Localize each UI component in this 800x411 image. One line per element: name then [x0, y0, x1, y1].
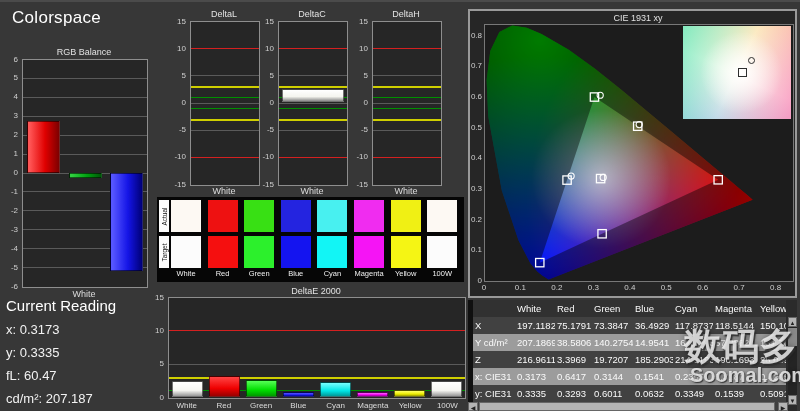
swatch-target-cyan	[317, 236, 347, 268]
limit-line-red	[191, 48, 259, 49]
table-cell: 185.2903	[633, 351, 673, 368]
limit-line-red	[279, 48, 347, 49]
reading-y: y: 0.3335	[6, 345, 156, 360]
chart-title: CIE 1931 xy	[484, 12, 792, 24]
column-header: Cyan	[673, 300, 713, 317]
table-cell: 19.7207	[592, 351, 633, 368]
y-tick-label: -15	[256, 180, 274, 189]
swatch-actual-yellow	[391, 200, 421, 232]
swatch-target-green	[244, 236, 274, 268]
limit-line-red	[191, 157, 259, 158]
swatch-target-white	[171, 236, 201, 268]
chart-plot-area	[278, 21, 348, 186]
watermark-site: Soomal.com	[690, 364, 800, 387]
table-cell: 0.0632	[633, 385, 673, 402]
table-cell: 14.9541	[633, 334, 673, 351]
category-label: Blue	[280, 401, 317, 410]
y-tick-label: -5	[256, 125, 274, 134]
bar-red	[209, 376, 240, 397]
y-tick-label: 10	[350, 44, 368, 53]
horizontal-scroll-thumb[interactable]	[479, 402, 775, 411]
chart-title: RGB Balance	[22, 46, 146, 58]
limit-line-yellow	[191, 86, 259, 88]
cie-x-tick-label: 0.4	[621, 283, 639, 292]
gridline	[191, 103, 259, 104]
table-cell: 0.6011	[592, 385, 633, 402]
table-cell: 0.1541	[633, 368, 673, 385]
y-tick-label: -1	[0, 187, 18, 196]
table-cell: 140.2754	[592, 334, 633, 351]
y-tick-label: 5	[350, 71, 368, 80]
y-tick-label: -15	[350, 180, 368, 189]
table-cell: 207.1869	[515, 334, 555, 351]
cie-y-tick-label: 0.6	[470, 92, 482, 101]
column-header: Blue	[633, 300, 673, 317]
gridline	[279, 130, 347, 131]
bar-cyan	[320, 382, 351, 397]
cie-y-tick-label: 0.1	[470, 245, 482, 254]
y-tick-label: 15	[350, 17, 368, 26]
limit-line-green	[191, 108, 259, 109]
category-label: Magenta	[354, 401, 391, 410]
swatch-column-label: Red	[204, 269, 242, 278]
limit-line-red	[373, 157, 441, 158]
row-label: x: CIE31	[473, 368, 515, 385]
app-window: { "app_title": "Colorspace", "current_re…	[0, 0, 800, 411]
column-header: Red	[555, 300, 592, 317]
chart-plot-area	[190, 21, 260, 186]
y-tick-label: -2	[0, 206, 18, 215]
cie-x-tick-label: 0.8	[767, 283, 785, 292]
table-horizontal-scrollbar[interactable]: ◀ ▶	[468, 402, 788, 411]
gridline	[169, 364, 465, 365]
table-cell: 0.6417	[555, 368, 592, 385]
table-cell: 216.9611	[515, 351, 555, 368]
reading-fl: fL: 60.47	[6, 368, 156, 383]
swatch-column-label: White	[167, 269, 205, 278]
bar-white	[172, 381, 203, 397]
y-tick-label: -4	[0, 244, 18, 253]
swatch-column-label: Magenta	[350, 269, 388, 278]
row-label: Y cd/m²	[473, 334, 515, 351]
category-label: Yellow	[392, 401, 429, 410]
limit-line-green	[373, 108, 441, 109]
gridline	[23, 97, 147, 98]
scroll-right-button[interactable]: ▶	[778, 402, 788, 411]
y-tick-label: 10	[146, 326, 164, 335]
swatch-column-label: Yellow	[387, 269, 425, 278]
scroll-down-button[interactable]: ▼	[788, 395, 797, 405]
rgb-balance-chart: RGB Balance White 6543210-1-2-3-4-5-6	[0, 46, 156, 300]
y-tick-label: 5	[256, 71, 274, 80]
x-axis-label: White	[278, 186, 346, 196]
swatch-target-blue	[281, 236, 311, 268]
y-tick-label: 2	[0, 130, 18, 139]
cie-y-tick-label: 0.5	[470, 123, 482, 132]
bar-100w	[431, 381, 462, 397]
cie-1931-panel: CIE 1931 xy	[468, 9, 797, 298]
row-label: Z	[473, 351, 515, 368]
gridline	[279, 103, 347, 104]
bar-blue	[283, 392, 314, 397]
y-tick-label: -3	[0, 225, 18, 234]
swatch-row-label: Target	[159, 236, 169, 268]
limit-line-green	[279, 108, 347, 109]
x-axis-label: White	[190, 186, 258, 196]
table-cell: 73.3847	[592, 317, 633, 334]
gridline	[191, 130, 259, 131]
table-cell: 0.1539	[713, 385, 758, 402]
y-tick-label: -6	[0, 282, 18, 291]
current-reading-heading: Current Reading	[6, 297, 156, 314]
chart-plot-area	[372, 21, 442, 186]
scroll-left-button[interactable]: ◀	[468, 402, 478, 411]
swatch-actual-magenta	[354, 200, 384, 232]
column-header: White	[515, 300, 555, 317]
cie-y-tick-label: 0.3	[470, 184, 482, 193]
y-tick-label: 0	[350, 98, 368, 107]
y-tick-label: -10	[256, 152, 274, 161]
y-tick-label: 5	[168, 71, 186, 80]
cie-x-tick-label: 0.1	[511, 283, 529, 292]
y-tick-label: 15	[256, 17, 274, 26]
bar-yellow	[394, 390, 425, 397]
reading-x: x: 0.3173	[6, 322, 156, 337]
row-label: y: CIE31	[473, 385, 515, 402]
y-tick-label: 0	[168, 98, 186, 107]
